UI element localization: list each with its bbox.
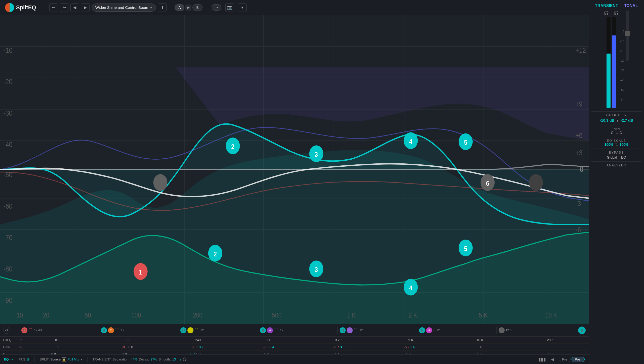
svg-text:5: 5 <box>464 139 467 146</box>
bypass-global-button[interactable]: Global <box>607 155 617 159</box>
transient-headphone-icon: 🎧 <box>604 11 609 15</box>
gain-band2: -8.0 0.0 <box>92 345 163 349</box>
band-4-control: 🎧 4 ⌒ 12 <box>260 327 335 333</box>
pan-right-value: C <box>620 131 622 135</box>
band-6-icon-pink[interactable]: 6 <box>426 327 432 333</box>
info-button[interactable]: i ▾ <box>212 4 222 11</box>
band-1-icon[interactable]: 🎧 <box>21 327 27 333</box>
ab-b-button[interactable]: B <box>192 4 202 11</box>
mix-dropdown-icon[interactable]: ▾ <box>80 357 82 361</box>
svg-text:-60: -60 <box>4 202 12 210</box>
download-button[interactable]: ⬇ <box>158 3 167 12</box>
band-5-db: 12 <box>359 329 364 332</box>
freq-band2: 82 <box>92 338 163 342</box>
eq-wave-icon: 〜 <box>10 357 14 362</box>
output-left-value: -10.3 dB <box>600 118 614 123</box>
split-label: SPLIT <box>40 357 49 361</box>
svg-text:2 K: 2 K <box>409 311 417 319</box>
reset-button[interactable]: ↺ <box>3 327 10 334</box>
post-button[interactable]: Post <box>572 357 585 362</box>
svg-text:-90: -90 <box>4 296 12 305</box>
band-5-icon-purple2[interactable]: 5 <box>347 327 353 333</box>
band-4-icon-purple[interactable]: 4 <box>267 327 273 333</box>
undo-button[interactable]: ↩ <box>49 3 58 12</box>
freq-values: 81 82 240 806 3.2 K 6.9 K 10 K <box>22 338 586 342</box>
eq-display: -10 -20 -30 -40 -50 -60 -70 -80 -90 +12 … <box>0 15 589 324</box>
band-2-icon[interactable]: 🎧 <box>101 327 107 333</box>
smooth-value: 13 ms <box>172 357 181 361</box>
svg-text:2: 2 <box>214 250 217 258</box>
band-3-icon[interactable]: 🎧 <box>180 327 186 333</box>
down-arrow-button[interactable]: ↓ <box>11 327 17 333</box>
band-3-db: 12 <box>199 329 205 332</box>
band-3-icon-yellow[interactable]: 3 <box>187 327 193 333</box>
band-5-shape: ⌒ <box>354 328 358 333</box>
preset-dropdown[interactable]: Widen Shine and Control Boom ▾ <box>92 4 156 12</box>
svg-text:+9: +9 <box>576 100 583 108</box>
bypass-eq-button[interactable]: EQ <box>621 155 626 159</box>
band-7-icon[interactable]: 🎧 <box>499 327 505 333</box>
eq-scale-right: 100% <box>620 143 629 147</box>
next-preset-button[interactable]: ▶ <box>81 3 90 12</box>
svg-text:-30: -30 <box>4 109 12 117</box>
output-section: OUTPUT ⟳ -10.3 dB ▾ -2.7 dB <box>591 111 641 125</box>
band-3-shape: ⌒ <box>194 328 198 333</box>
output-values: -10.3 dB ▾ -2.7 dB <box>591 118 641 123</box>
settings-button[interactable]: ▾ <box>238 3 247 12</box>
ab-a-button[interactable]: A <box>175 4 184 11</box>
gain-row: GAIN dB 0.9 -8.0 0.0 -6.1 3.2 -7.3 2.4 <box>0 344 589 351</box>
freq-band1: 81 <box>22 338 92 342</box>
band-4-icon[interactable]: 🎧 <box>260 327 266 333</box>
svg-text:-50: -50 <box>4 171 12 179</box>
pan-status-label: PAN <box>19 357 25 361</box>
gain-band1: 0.9 <box>22 345 92 349</box>
camera-button[interactable]: 📷 <box>225 3 234 12</box>
ab-arrow-button[interactable]: ▶ <box>185 5 191 11</box>
svg-text:50: 50 <box>85 311 91 319</box>
band-1-db: 12 dB <box>34 329 42 332</box>
svg-text:+3: +3 <box>576 149 583 157</box>
ab-controls: A ▶ B <box>175 4 203 11</box>
top-controls: ↩ ↪ ◀ ▶ Widen Shine and Control Boom ▾ ⬇ <box>49 3 167 12</box>
svg-text:4: 4 <box>409 138 412 145</box>
prev-preset-button[interactable]: ◀ <box>70 3 79 12</box>
transient-meter-bar <box>607 54 611 108</box>
svg-text:200: 200 <box>193 311 203 319</box>
gain-band4: -7.3 2.4 <box>233 345 304 349</box>
bypass-section: BYPASS Global EQ <box>591 149 641 161</box>
svg-text:-10: -10 <box>4 46 12 55</box>
tonal-meter-left-bar <box>612 35 616 108</box>
eq-node-shelf-gray[interactable] <box>153 174 167 191</box>
decay-label: Decay: <box>139 357 149 361</box>
band-separator-3 <box>178 327 178 334</box>
analyzer-arrow-icon: ◀ <box>551 357 554 362</box>
redo-button[interactable]: ↪ <box>60 3 68 12</box>
band-1-control: 🎧 ⌒ 12 dB <box>21 327 97 333</box>
separation-value: 44% <box>131 357 137 361</box>
split-lock-icon: 🔒 <box>62 357 66 361</box>
svg-text:0: 0 <box>580 165 583 174</box>
band-separator-6 <box>417 327 417 334</box>
smooth-label: Smooth: <box>158 357 171 361</box>
pre-button[interactable]: Pre <box>559 357 571 362</box>
transient-status: TRANSIENT Separation: 44% Decay: 27% Smo… <box>93 357 187 361</box>
svg-text:500: 500 <box>272 311 281 319</box>
band-2-icon-orange[interactable]: 2 <box>108 327 114 333</box>
output-right-value: -2.7 dB <box>621 118 633 123</box>
output-label: OUTPUT ⟳ <box>591 114 641 117</box>
band-7-db: 12 dB <box>506 329 513 332</box>
output-monitor-button[interactable]: 🎧 <box>578 327 586 334</box>
split-status: SPLIT Source 🔒 Full Mix ▾ <box>40 357 82 361</box>
spliteq-logo-icon <box>5 3 14 12</box>
gain-unit: dB <box>19 346 22 348</box>
level-slider[interactable] <box>626 11 629 61</box>
band-2-shape: ⌒ <box>115 328 119 333</box>
svg-text:20: 20 <box>43 311 49 319</box>
svg-text:5: 5 <box>464 245 467 252</box>
band-6-icon[interactable]: 🎧 <box>419 327 425 333</box>
eq-node-shelf-right[interactable] <box>529 174 543 191</box>
band-5-icon[interactable]: 🎧 <box>340 327 346 333</box>
transient-status-label: TRANSIENT <box>93 357 111 361</box>
pan-section: PAN C ⇅ C <box>591 125 641 137</box>
freq-band3: 240 <box>163 338 233 342</box>
